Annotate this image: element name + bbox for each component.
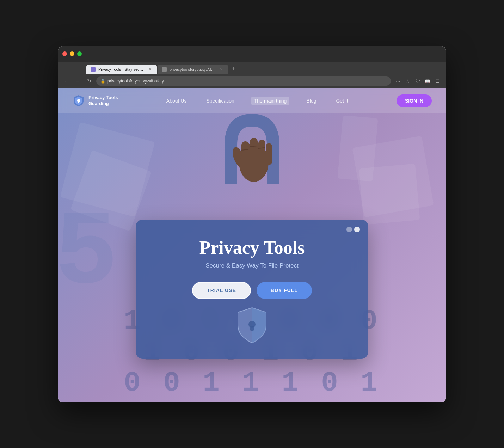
- menu-button[interactable]: ☰: [433, 77, 442, 85]
- new-tab-button[interactable]: +: [229, 65, 239, 74]
- hero-subtitle: Secure & Easy Way To File Protect: [150, 262, 354, 269]
- lock-icon: 🔒: [100, 79, 105, 84]
- url-text: privacytoolsforyou.xyz/#safety: [107, 79, 387, 84]
- shield-icon: [234, 306, 270, 345]
- dot-2: [354, 227, 360, 232]
- tab-favicon-1: [91, 67, 96, 72]
- tab-title-1: Privacy Tools - Stay secure. Li...: [98, 67, 145, 72]
- address-actions: ⋯ ☆ 🛡 📖 ☰: [394, 77, 442, 85]
- tab-2[interactable]: privacytoolsforyou.xyz/downloads... ✕: [158, 65, 228, 74]
- hero-title: Privacy Tools: [150, 237, 354, 258]
- forward-button[interactable]: →: [74, 77, 82, 85]
- site-navigation: Privacy Tools Guarding About Us Specific…: [58, 88, 446, 113]
- browser-window: Privacy Tools - Stay secure. Li... ✕ pri…: [58, 46, 446, 402]
- addressbar: ← → ↻ 🔒 privacytoolsforyou.xyz/#safety ⋯…: [58, 74, 446, 88]
- nav-specification[interactable]: Specification: [203, 97, 237, 105]
- nav-blog[interactable]: Blog: [303, 97, 319, 105]
- main-hero-card: Privacy Tools Secure & Easy Way To File …: [136, 220, 368, 359]
- tab-close-1[interactable]: ✕: [148, 67, 153, 72]
- hero-section: Privacy Tools Secure & Easy Way To File …: [58, 113, 446, 402]
- tab-title-2: privacytoolsforyou.xyz/downloads...: [170, 67, 216, 72]
- hero-buttons: TRIAL USE BUY FULL: [150, 282, 354, 299]
- website-content: 5 1 0 1 0 0 0 0 1 0 0 1 0 1 0 0 1 1 1 0 …: [58, 88, 446, 402]
- close-button[interactable]: [62, 51, 67, 56]
- nav-get-it[interactable]: Get It: [333, 97, 351, 105]
- logo-text: Privacy Tools Guarding: [88, 95, 118, 107]
- reload-button[interactable]: ↻: [85, 77, 93, 85]
- nav-about-us[interactable]: About Us: [164, 97, 190, 105]
- svg-rect-13: [250, 326, 254, 331]
- lock-shackle: [199, 106, 305, 185]
- extensions-button[interactable]: ⋯: [394, 77, 402, 85]
- logo-shield-icon: [72, 94, 85, 107]
- tab-favicon-2: [162, 67, 167, 72]
- nav-links: About Us Specification The main thing Bl…: [118, 97, 397, 105]
- card-shield-icon: [150, 306, 354, 345]
- buy-full-button[interactable]: BUY FULL: [257, 282, 312, 299]
- nav-logo: Privacy Tools Guarding: [72, 94, 118, 107]
- bookmark-button[interactable]: ☆: [404, 77, 412, 85]
- maximize-button[interactable]: [77, 51, 82, 56]
- reading-mode-button[interactable]: 📖: [423, 77, 432, 85]
- tab-1[interactable]: Privacy Tools - Stay secure. Li... ✕: [86, 65, 157, 74]
- card-dots: [346, 227, 360, 232]
- trial-use-button[interactable]: TRIAL USE: [192, 282, 251, 299]
- dot-1: [346, 227, 352, 232]
- url-bar[interactable]: 🔒 privacytoolsforyou.xyz/#safety: [96, 76, 391, 86]
- tabbar: Privacy Tools - Stay secure. Li... ✕ pri…: [58, 62, 446, 74]
- tab-close-2[interactable]: ✕: [219, 67, 224, 72]
- svg-rect-1: [78, 101, 79, 103]
- titlebar: [58, 46, 446, 62]
- shield-browser-icon[interactable]: 🛡: [413, 77, 422, 85]
- nav-main-thing[interactable]: The main thing: [251, 97, 290, 105]
- sign-in-button[interactable]: SIGN IN: [397, 94, 432, 107]
- svg-point-8: [240, 147, 268, 181]
- back-button[interactable]: ←: [62, 77, 71, 85]
- minimize-button[interactable]: [70, 51, 74, 56]
